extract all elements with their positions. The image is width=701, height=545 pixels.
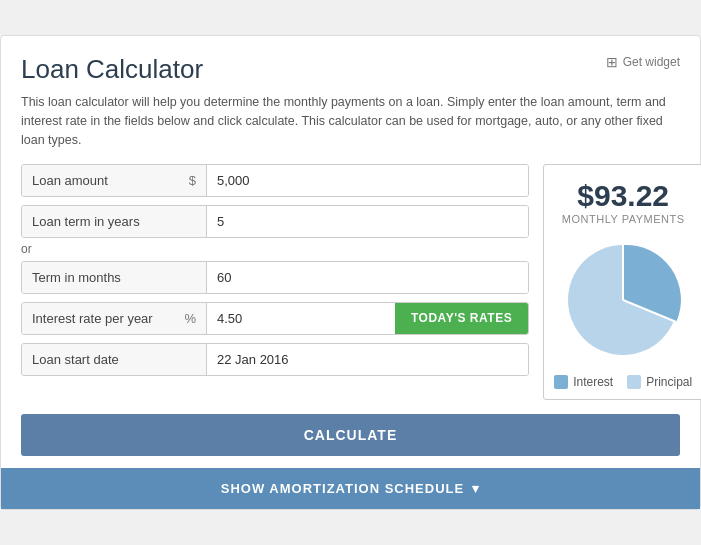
todays-rates-button[interactable]: TODAY'S RATES	[395, 303, 528, 334]
main-content: Loan amount $ Loan term in years or Term…	[21, 164, 680, 400]
loan-amount-unit: $	[189, 173, 196, 188]
loan-term-row: Loan term in years	[21, 205, 529, 238]
widget-icon: ⊞	[606, 54, 618, 70]
interest-rate-unit: %	[184, 311, 196, 326]
legend-principal: Principal	[627, 375, 692, 389]
legend-interest: Interest	[554, 375, 613, 389]
interest-color-box	[554, 375, 568, 389]
loan-amount-input[interactable]	[207, 165, 528, 196]
calculator-card: Loan Calculator ⊞ Get widget This loan c…	[0, 35, 701, 509]
principal-color-box	[627, 375, 641, 389]
term-months-label: Term in months	[22, 262, 207, 293]
loan-amount-row: Loan amount $	[21, 164, 529, 197]
bottom-section: CALCULATE SHOW AMORTIZATION SCHEDULE ▾	[21, 414, 680, 509]
monthly-label: MONTHLY PAYMENTS	[562, 213, 685, 225]
form-section: Loan amount $ Loan term in years or Term…	[21, 164, 529, 400]
amortization-label: SHOW AMORTIZATION SCHEDULE	[221, 481, 464, 496]
calculate-button[interactable]: CALCULATE	[21, 414, 680, 456]
results-section: $93.22 MONTHLY PAYMENTS	[543, 164, 701, 400]
loan-start-label: Loan start date	[22, 344, 207, 375]
description-text: This loan calculator will help you deter…	[21, 93, 680, 149]
loan-term-input[interactable]	[207, 206, 528, 237]
monthly-amount: $93.22	[577, 179, 669, 213]
loan-start-input[interactable]	[207, 344, 528, 375]
widget-label: Get widget	[623, 55, 680, 69]
header-row: Loan Calculator ⊞ Get widget	[21, 54, 680, 85]
legend: Interest Principal	[554, 375, 692, 389]
or-text: or	[21, 242, 529, 256]
loan-amount-label: Loan amount $	[22, 165, 207, 196]
loan-start-row: Loan start date	[21, 343, 529, 376]
get-widget-button[interactable]: ⊞ Get widget	[606, 54, 680, 70]
page-title: Loan Calculator	[21, 54, 203, 85]
term-months-row: Term in months	[21, 261, 529, 294]
dropdown-arrow-icon: ▾	[472, 481, 480, 496]
loan-term-label: Loan term in years	[22, 206, 207, 237]
principal-label: Principal	[646, 375, 692, 389]
pie-chart	[558, 235, 688, 365]
interest-rate-row: Interest rate per year % TODAY'S RATES	[21, 302, 529, 335]
amortization-button[interactable]: SHOW AMORTIZATION SCHEDULE ▾	[1, 468, 700, 509]
interest-rate-label: Interest rate per year %	[22, 303, 207, 334]
interest-label: Interest	[573, 375, 613, 389]
interest-rate-input[interactable]	[207, 303, 395, 334]
term-months-input[interactable]	[207, 262, 528, 293]
